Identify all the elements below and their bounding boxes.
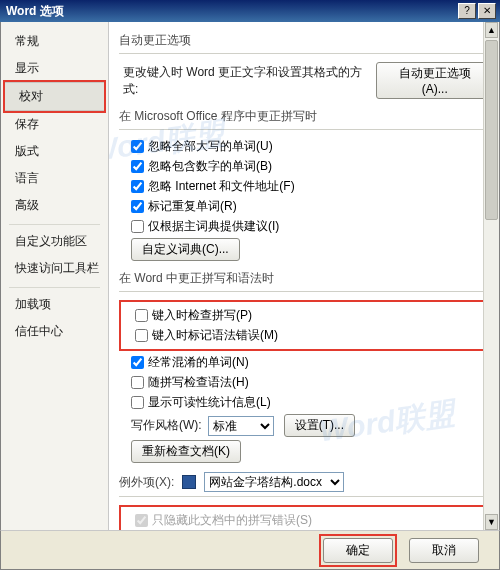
close-button[interactable]: ✕ [478,3,496,19]
label-spell-as-type: 键入时检查拼写(P) [152,307,252,324]
label-confused-words: 经常混淆的单词(N) [148,354,249,371]
label-hide-spelling-errors: 只隐藏此文档中的拼写错误(S) [152,512,312,529]
custom-dictionaries-button[interactable]: 自定义词典(C)... [131,238,240,261]
check-grammar-with-spell[interactable] [131,376,144,389]
window-controls: ? ✕ [458,3,496,19]
check-confused-words[interactable] [131,356,144,369]
nav-display[interactable]: 显示 [1,55,108,82]
nav-trust-center[interactable]: 信任中心 [1,318,108,345]
nav-save[interactable]: 保存 [1,111,108,138]
check-ignore-uppercase[interactable] [131,140,144,153]
nav-advanced[interactable]: 高级 [1,192,108,219]
ok-button[interactable]: 确定 [323,538,393,563]
label-main-dict-only: 仅根据主词典提供建议(I) [148,218,279,235]
check-spell-as-type[interactable] [135,309,148,322]
nav-customize-ribbon[interactable]: 自定义功能区 [1,228,108,255]
nav-highlight: 校对 [3,80,106,113]
exceptions-label: 例外项(X): [119,474,174,491]
nav-general[interactable]: 常规 [1,28,108,55]
label-ignore-urls: 忽略 Internet 和文件地址(F) [148,178,295,195]
label-grammar-with-spell: 随拼写检查语法(H) [148,374,249,391]
group-office-header: 在 Microsoft Office 程序中更正拼写时 [119,102,493,130]
nav-addins[interactable]: 加载项 [1,291,108,318]
settings-button[interactable]: 设置(T)... [284,414,355,437]
autocorrect-text: 更改键入时 Word 更正文字和设置其格式的方式: [123,64,368,98]
sidebar: 常规 显示 校对 保存 版式 语言 高级 自定义功能区 快速访问工具栏 加载项 … [1,22,109,530]
cancel-button[interactable]: 取消 [409,538,479,563]
check-grammar-as-type[interactable] [135,329,148,342]
label-grammar-as-type: 键入时标记语法错误(M) [152,327,278,344]
dialog-footer: 确定 取消 [0,530,500,570]
titlebar: Word 选项 ? ✕ [0,0,500,22]
label-ignore-uppercase: 忽略全部大写的单词(U) [148,138,273,155]
check-ignore-numbers[interactable] [131,160,144,173]
check-main-dict-only[interactable] [131,220,144,233]
word-doc-icon [182,475,196,489]
nav-quick-access[interactable]: 快速访问工具栏 [1,255,108,282]
sidebar-separator-2 [9,287,100,288]
check-hide-spelling-errors [135,514,148,527]
scroll-up-button[interactable]: ▲ [485,22,498,38]
writing-style-select[interactable]: 标准 [208,416,274,436]
group-exceptions-header: 例外项(X): 网站金字塔结构.docx [119,466,493,497]
autocorrect-options-button[interactable]: 自动更正选项(A)... [376,62,493,99]
recheck-document-button[interactable]: 重新检查文档(K) [131,440,241,463]
check-readability[interactable] [131,396,144,409]
highlight-box-ok: 确定 [319,534,397,567]
label-ignore-numbers: 忽略包含数字的单词(B) [148,158,272,175]
exceptions-document-select[interactable]: 网站金字塔结构.docx [204,472,344,492]
label-readability: 显示可读性统计信息(L) [148,394,271,411]
highlight-box-spellcheck: 键入时检查拼写(P) 键入时标记语法错误(M) [119,300,493,351]
writing-style-label: 写作风格(W): [131,417,202,434]
label-flag-repeated: 标记重复单词(R) [148,198,237,215]
nav-layout[interactable]: 版式 [1,138,108,165]
highlight-box-exceptions: 只隐藏此文档中的拼写错误(S) 只隐藏此文档中的语法错误(D) [119,505,493,530]
scroll-down-button[interactable]: ▼ [485,514,498,530]
nav-language[interactable]: 语言 [1,165,108,192]
window-title: Word 选项 [4,3,64,20]
scrollbar[interactable]: ▲ ▼ [483,22,499,530]
group-word-header: 在 Word 中更正拼写和语法时 [119,264,493,292]
scroll-thumb[interactable] [485,40,498,220]
nav-proofing[interactable]: 校对 [5,82,104,111]
sidebar-separator [9,224,100,225]
group-autocorrect-header: 自动更正选项 [119,26,493,54]
help-button[interactable]: ? [458,3,476,19]
check-flag-repeated[interactable] [131,200,144,213]
content-panel: Word联盟 Word联盟 自动更正选项 更改键入时 Word 更正文字和设置其… [109,22,499,530]
check-ignore-urls[interactable] [131,180,144,193]
